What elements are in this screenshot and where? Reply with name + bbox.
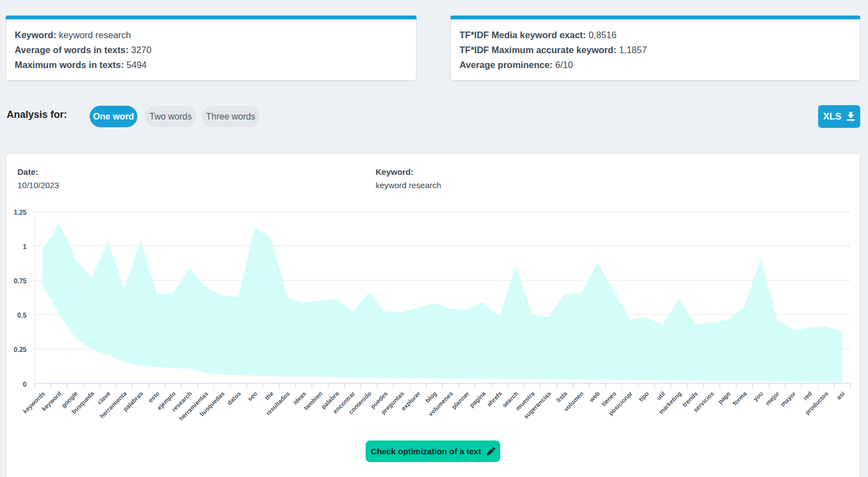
svg-text:mayor: mayor [779, 390, 797, 407]
svg-text:pago: pago [717, 390, 732, 405]
svg-text:1.25: 1.25 [14, 209, 27, 216]
svg-text:pagina: pagina [468, 390, 487, 408]
svg-text:0: 0 [23, 381, 27, 388]
svg-text:datos: datos [226, 390, 242, 406]
svg-text:tipo: tipo [638, 390, 650, 403]
svg-text:web: web [588, 390, 602, 404]
svg-text:seo: seo [246, 390, 259, 402]
svg-text:0.75: 0.75 [14, 277, 27, 285]
svg-text:red: red [802, 390, 813, 402]
svg-text:0.25: 0.25 [14, 346, 27, 354]
svg-text:mejor: mejor [764, 390, 780, 406]
svg-text:clave: clave [96, 390, 111, 406]
svg-text:you: you [752, 390, 764, 402]
svg-text:forma: forma [731, 390, 748, 407]
svg-text:planner: planner [450, 390, 471, 410]
svg-text:1: 1 [23, 243, 27, 251]
svg-text:lista: lista [555, 390, 569, 403]
svg-text:blog: blog [424, 390, 438, 404]
svg-text:0.5: 0.5 [17, 312, 27, 319]
svg-text:ahrefs: ahrefs [485, 390, 503, 408]
svg-text:esto: esto [147, 390, 161, 404]
svg-text:the: the [264, 390, 275, 401]
svg-text:util: util [655, 390, 666, 401]
svg-text:keywords: keywords [22, 390, 46, 414]
svg-text:asi: asi [835, 390, 846, 401]
